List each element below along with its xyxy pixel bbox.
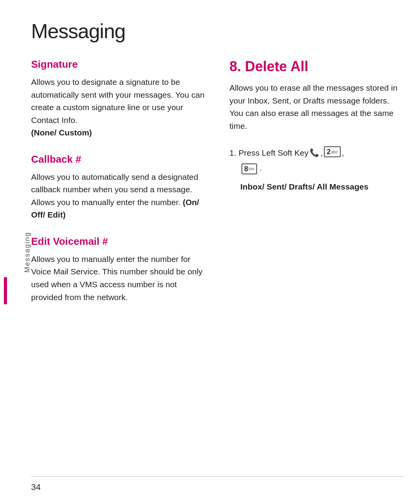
delete-all-heading: 8. Delete All xyxy=(229,58,404,75)
step-press-text: Press Left Soft Key xyxy=(239,146,309,160)
columns-layout: Signature Allows you to designate a sign… xyxy=(31,58,404,473)
comma-separator-2: , xyxy=(342,146,344,160)
comma-separator: , xyxy=(320,146,323,160)
edit-voicemail-body: Allows you to manually enter the number … xyxy=(31,253,206,304)
step-1-continuation: 8tuv . xyxy=(240,163,404,174)
footer: 34 xyxy=(31,476,404,492)
callback-heading: Callback # xyxy=(31,153,206,165)
page-number: 34 xyxy=(31,482,40,492)
signature-heading: Signature xyxy=(31,58,206,70)
signature-body: Allows you to designate a signature to b… xyxy=(31,76,206,139)
step-1: 1. Press Left Soft Key 📞 , 2abc , xyxy=(229,146,404,160)
sidebar-label: Messaging xyxy=(23,232,32,272)
left-column: Signature Allows you to designate a sign… xyxy=(31,58,206,473)
edit-voicemail-heading: Edit Voicemail # xyxy=(31,235,206,248)
main-content: Messaging Signature Allows you to design… xyxy=(31,19,404,473)
step-number: 1. xyxy=(229,146,236,160)
sidebar-bar xyxy=(4,277,7,304)
page-title: Messaging xyxy=(31,19,404,43)
right-column: 8. Delete All Allows you to erase all th… xyxy=(229,58,404,473)
key-8-badge: 8tuv xyxy=(242,163,257,174)
delete-all-intro: Allows you to erase all the messages sto… xyxy=(229,82,404,132)
soft-key-icon: 📞 xyxy=(310,146,319,159)
key-2-badge: 2abc xyxy=(324,146,341,157)
callback-body: Allows you to automatically send a desig… xyxy=(31,171,206,221)
result-label: Inbox/ Sent/ Drafts/ All Messages xyxy=(240,181,404,193)
